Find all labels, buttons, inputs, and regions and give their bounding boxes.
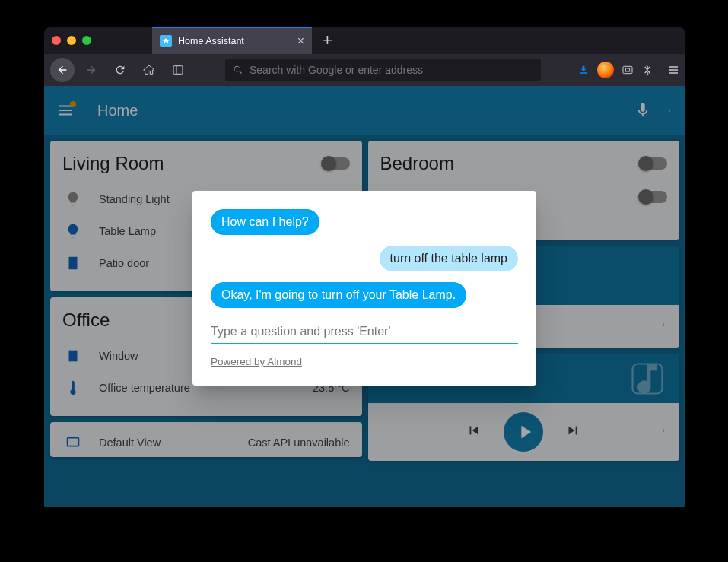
toolbar-right [577, 62, 679, 78]
chat-message-user: turn off the table lamp [380, 246, 518, 271]
nav-forward-button [79, 58, 103, 82]
hamburger-menu-button[interactable] [667, 64, 679, 76]
address-input[interactable] [250, 64, 533, 76]
reload-button[interactable] [108, 58, 132, 82]
new-tab-button[interactable]: + [323, 32, 332, 49]
tab-title: Home Assistant [178, 36, 291, 46]
window-maximize-button[interactable] [82, 36, 91, 45]
browser-toolbar [44, 54, 685, 86]
profile-avatar[interactable] [597, 62, 614, 78]
tab-close-button[interactable]: × [297, 34, 304, 48]
nav-back-button[interactable] [50, 58, 75, 82]
sidebar-toggle-button[interactable] [166, 58, 190, 82]
home-button[interactable] [137, 58, 161, 82]
svg-rect-0 [173, 66, 183, 75]
tab-favicon-icon [160, 35, 172, 47]
svg-rect-3 [625, 68, 629, 71]
browser-window: Home Assistant × + [44, 27, 685, 507]
overflow-icon[interactable] [641, 64, 653, 76]
powered-by-link[interactable]: Powered by Almond [211, 356, 518, 367]
svg-rect-2 [623, 66, 632, 73]
voice-input[interactable] [211, 320, 518, 344]
chat-message-bot: How can I help? [211, 209, 319, 235]
download-icon[interactable] [577, 64, 590, 76]
traffic-lights [52, 36, 91, 45]
voice-assistant-modal: How can I help? turn off the table lamp … [192, 191, 536, 386]
url-bar[interactable] [225, 59, 541, 81]
chat-message-bot: Okay, I'm going to turn off your Table L… [211, 282, 466, 308]
window-close-button[interactable] [52, 36, 61, 45]
window-minimize-button[interactable] [67, 36, 76, 45]
browser-tab[interactable]: Home Assistant × [152, 27, 312, 54]
chat-messages: How can I help? turn off the table lamp … [211, 209, 518, 308]
app-content: Home Living Room Standing Light [44, 86, 685, 507]
tab-bar: Home Assistant × + [44, 27, 685, 54]
search-icon [233, 65, 243, 75]
screenshot-icon[interactable] [622, 64, 634, 76]
